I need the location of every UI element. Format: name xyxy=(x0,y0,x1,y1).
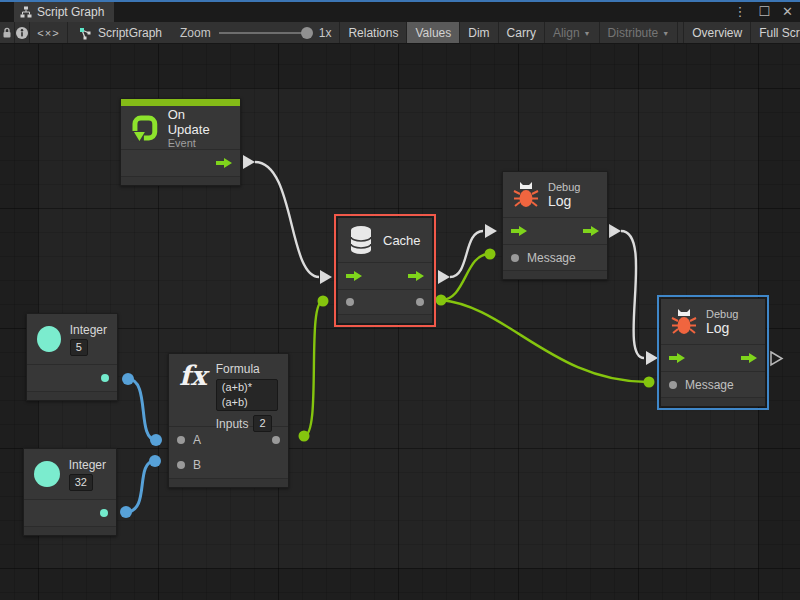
relations-button[interactable]: Relations xyxy=(339,22,406,43)
fullscreen-button[interactable]: Full Screen xyxy=(750,22,800,43)
formula-expression-field[interactable]: (a+b)*(a+b) xyxy=(216,379,278,411)
zoom-slider-handle[interactable] xyxy=(301,27,313,39)
value-input-port[interactable] xyxy=(346,298,354,306)
graph-tab-icon xyxy=(20,6,32,18)
loop-event-icon xyxy=(131,114,159,142)
node-integer-top[interactable]: Integer 5 xyxy=(26,313,118,401)
bug-icon xyxy=(513,181,539,209)
node-subtitle: Event xyxy=(168,137,230,149)
input-b-port[interactable] xyxy=(177,461,185,469)
node-footer xyxy=(121,176,240,185)
value-endpoint-dot xyxy=(150,434,162,446)
integer-type-icon xyxy=(34,461,60,487)
result-output-port[interactable] xyxy=(272,436,280,444)
zoom-control: Zoom 1x xyxy=(172,22,339,43)
overview-button[interactable]: Overview xyxy=(683,22,750,43)
flow-output-port[interactable] xyxy=(741,353,757,363)
bug-icon xyxy=(671,308,697,336)
port-label: Message xyxy=(685,378,734,392)
tab-script-graph[interactable]: Script Graph xyxy=(14,2,114,22)
port-label: Message xyxy=(527,251,576,265)
integer-value-field[interactable]: 5 xyxy=(70,339,88,356)
value-endpoint-dot xyxy=(149,455,161,467)
database-icon xyxy=(348,225,374,255)
node-footer xyxy=(661,397,765,406)
chevron-down-icon: ▼ xyxy=(662,30,669,37)
values-button[interactable]: Values xyxy=(406,22,459,43)
info-icon xyxy=(15,26,29,40)
node-category: Debug xyxy=(706,308,738,320)
script-graph-icon xyxy=(78,26,92,40)
node-title: Integer xyxy=(70,323,107,337)
zoom-slider[interactable] xyxy=(219,32,311,34)
graph-breadcrumb[interactable]: ScriptGraph xyxy=(68,22,172,43)
flow-output-port[interactable] xyxy=(583,226,599,236)
distribute-dropdown[interactable]: Distribute ▼ xyxy=(599,22,678,43)
flow-output-port[interactable] xyxy=(408,271,424,281)
focus-highlight-line xyxy=(0,0,800,2)
value-endpoint-dot xyxy=(299,431,310,442)
value-endpoint-dot xyxy=(120,506,132,518)
node-title: Log xyxy=(706,320,738,336)
node-footer xyxy=(27,391,117,400)
inputs-label: Inputs xyxy=(216,417,249,431)
lock-button[interactable] xyxy=(0,22,15,43)
value-output-port[interactable] xyxy=(101,374,109,382)
code-view-toggle-button[interactable]: <×> xyxy=(30,22,68,43)
carry-button[interactable]: Carry xyxy=(498,22,544,43)
node-footer xyxy=(503,270,607,279)
node-title: Cache xyxy=(383,233,421,248)
flow-input-port[interactable] xyxy=(346,271,362,281)
integer-value-field[interactable]: 32 xyxy=(69,474,93,491)
node-formula[interactable]: fx Formula (a+b)*(a+b) Inputs 2 A B xyxy=(168,353,289,488)
value-output-port[interactable] xyxy=(100,509,108,517)
window-controls: ⋮ ☐ ✕ xyxy=(730,0,796,22)
flow-output-port[interactable] xyxy=(216,158,232,168)
integer-type-icon xyxy=(37,326,61,352)
value-endpoint-dot xyxy=(436,295,447,306)
window-close-icon[interactable]: ✕ xyxy=(779,4,796,19)
graph-toolbar: <×> ScriptGraph Zoom 1x Relations Values… xyxy=(0,22,800,44)
value-output-port[interactable] xyxy=(416,298,424,306)
node-footer xyxy=(169,478,288,487)
message-input-port[interactable] xyxy=(669,381,677,389)
node-title: Log xyxy=(548,193,580,209)
node-integer-bottom[interactable]: Integer 32 xyxy=(23,448,117,536)
value-endpoint-dot xyxy=(318,296,329,307)
port-label: B xyxy=(193,458,201,472)
node-footer xyxy=(338,314,432,323)
node-debug-log-top[interactable]: Debug Log Message xyxy=(502,171,608,280)
node-title: Integer xyxy=(69,458,106,472)
window-menu-icon[interactable]: ⋮ xyxy=(730,4,749,19)
lock-icon xyxy=(0,26,14,40)
info-button[interactable] xyxy=(15,22,30,43)
dim-button[interactable]: Dim xyxy=(459,22,497,43)
value-endpoint-dot xyxy=(644,377,655,388)
chevron-down-icon: ▼ xyxy=(584,30,591,37)
window-maximize-icon[interactable]: ☐ xyxy=(755,4,773,19)
window-tab-bar: Script Graph ⋮ ☐ ✕ xyxy=(0,0,800,22)
node-footer xyxy=(24,526,116,535)
align-dropdown[interactable]: Align ▼ xyxy=(544,22,599,43)
inputs-count-field[interactable]: 2 xyxy=(253,415,271,432)
node-title: Formula xyxy=(216,362,278,376)
zoom-value: 1x xyxy=(319,26,332,40)
flow-input-port[interactable] xyxy=(669,353,685,363)
node-cache[interactable]: Cache xyxy=(337,217,433,324)
flow-input-port[interactable] xyxy=(511,226,527,236)
value-endpoint-dot xyxy=(485,249,496,260)
toolbar-buttons: Relations Values Dim Carry Align ▼ Distr… xyxy=(339,22,800,43)
input-a-port[interactable] xyxy=(177,436,185,444)
value-endpoint-dot xyxy=(122,373,134,385)
node-title: On Update xyxy=(168,107,230,137)
port-label: A xyxy=(193,433,201,447)
node-category: Debug xyxy=(548,181,580,193)
event-accent-bar xyxy=(121,99,240,106)
graph-name-label: ScriptGraph xyxy=(98,26,162,40)
formula-fx-icon: fx xyxy=(179,362,207,389)
message-input-port[interactable] xyxy=(511,254,519,262)
tab-label: Script Graph xyxy=(37,5,104,19)
node-on-update[interactable]: On Update Event xyxy=(120,98,241,186)
node-debug-log-bottom[interactable]: Debug Log Message xyxy=(660,298,766,407)
zoom-label: Zoom xyxy=(180,26,211,40)
